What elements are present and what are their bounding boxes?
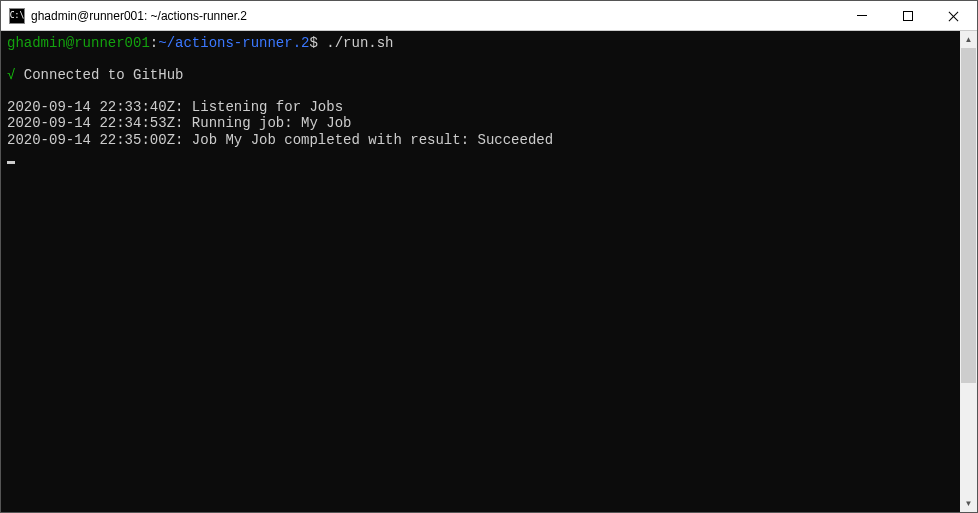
terminal-output[interactable]: ghadmin@runner001:~/actions-runner.2$ ./… bbox=[1, 31, 960, 512]
log-line: 2020-09-14 22:35:00Z: Job My Job complet… bbox=[7, 132, 553, 148]
status-message: Connected to GitHub bbox=[24, 67, 184, 83]
prompt-user-host: ghadmin@runner001 bbox=[7, 35, 150, 51]
prompt-sep2: $ bbox=[309, 35, 317, 51]
status-check-icon: √ bbox=[7, 67, 15, 83]
prompt-command: ./run.sh bbox=[326, 35, 393, 51]
vertical-scrollbar[interactable]: ▲ ▼ bbox=[960, 31, 977, 512]
close-icon bbox=[948, 10, 960, 22]
log-line: 2020-09-14 22:33:40Z: Listening for Jobs bbox=[7, 99, 343, 115]
window: C:\ ghadmin@runner001: ~/actions-runner.… bbox=[0, 0, 978, 513]
scroll-thumb[interactable] bbox=[961, 48, 976, 383]
client-area: ghadmin@runner001:~/actions-runner.2$ ./… bbox=[1, 31, 977, 512]
scroll-up-button[interactable]: ▲ bbox=[960, 31, 977, 48]
prompt-sep1: : bbox=[150, 35, 158, 51]
minimize-icon bbox=[857, 15, 867, 16]
close-button[interactable] bbox=[931, 1, 977, 30]
prompt-path: ~/actions-runner.2 bbox=[158, 35, 309, 51]
window-controls bbox=[839, 1, 977, 30]
scroll-down-button[interactable]: ▼ bbox=[960, 495, 977, 512]
log-line: 2020-09-14 22:34:53Z: Running job: My Jo… bbox=[7, 115, 351, 131]
scroll-track[interactable] bbox=[960, 48, 977, 495]
terminal-cursor bbox=[7, 161, 15, 164]
maximize-button[interactable] bbox=[885, 1, 931, 30]
terminal-icon: C:\ bbox=[9, 8, 25, 24]
minimize-button[interactable] bbox=[839, 1, 885, 30]
window-title: ghadmin@runner001: ~/actions-runner.2 bbox=[31, 9, 247, 23]
titlebar[interactable]: C:\ ghadmin@runner001: ~/actions-runner.… bbox=[1, 1, 977, 31]
maximize-icon bbox=[903, 11, 913, 21]
